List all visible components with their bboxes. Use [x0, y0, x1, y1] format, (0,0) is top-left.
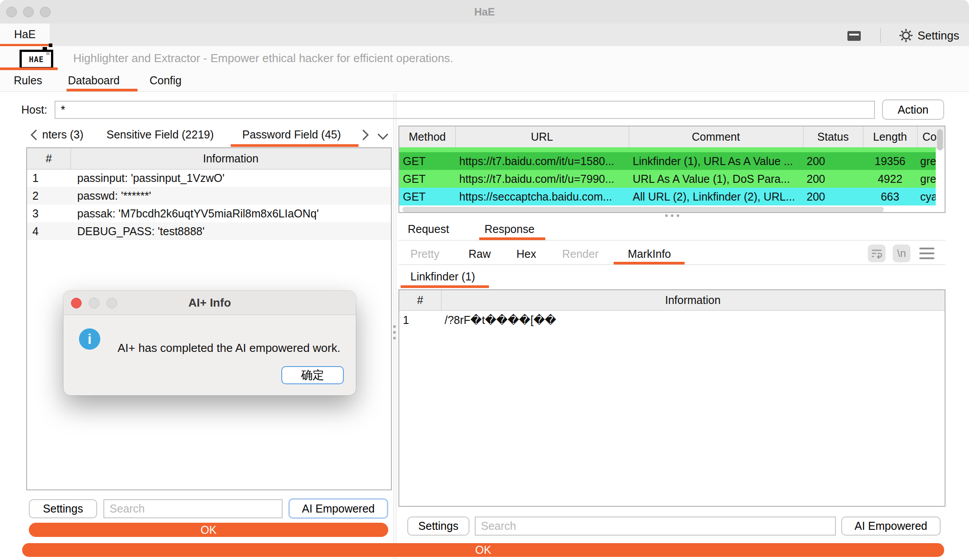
cell-url: https://seccaptcha.baidu.com... [459, 188, 627, 205]
tab-config[interactable]: Config [150, 71, 181, 91]
cell-comment: Linkfinder (1), URL As A Value ... [633, 152, 802, 170]
col-header-url[interactable]: URL [455, 126, 629, 147]
column-divider [863, 126, 863, 147]
markinfo-row[interactable]: 1 /?8rF�t����[�� [399, 310, 945, 330]
markinfo-table-header: # Information [399, 290, 945, 311]
host-label: Host: [21, 100, 47, 119]
vertical-scrollbar[interactable] [937, 129, 943, 150]
tab-raw[interactable]: Raw [469, 245, 491, 263]
tab-linkfinder[interactable]: Linkfinder (1) [410, 267, 475, 286]
row-info: DEBUG_PASS: 'test8888' [77, 222, 388, 240]
left-settings-button[interactable]: Settings [29, 499, 97, 518]
row-info: passwd: '******' [77, 187, 388, 205]
column-divider [455, 126, 456, 147]
cell-comment: URL As A Value (1), DoS Para... [633, 170, 802, 188]
tab-scroll-right-icon[interactable] [360, 128, 370, 144]
request-row[interactable]: GET https://seccaptcha.baidu.com... All … [399, 188, 936, 205]
splitter-grip-icon[interactable] [393, 325, 396, 328]
request-row-partial[interactable]: p ( ) g [399, 147, 936, 152]
tab-render[interactable]: Render [562, 245, 599, 263]
cell-method: GET [403, 170, 453, 188]
newline-icon[interactable]: \n [893, 245, 910, 262]
hae-logo-pixel [43, 47, 47, 51]
divider [398, 240, 945, 241]
toolbar-divider [880, 28, 881, 43]
cell-status: 200 [807, 188, 860, 205]
column-divider [441, 290, 441, 310]
cell-method: GET [403, 188, 453, 205]
right-settings-button[interactable]: Settings [407, 517, 469, 536]
info-icon: i [79, 328, 100, 350]
tab-response[interactable]: Response [484, 220, 535, 238]
col-header-method[interactable]: Method [399, 126, 455, 147]
row-num: 2 [32, 187, 68, 205]
tab-databoard[interactable]: Databoard [68, 71, 120, 91]
table-row[interactable]: 3 passak: 'M7bcdh2k6uqtYV5miaRil8m8x6LIa… [27, 205, 391, 222]
left-tab-parameters[interactable]: nters (3) [42, 125, 83, 144]
dialog-confirm-button[interactable]: 确定 [281, 366, 344, 384]
gear-icon[interactable] [898, 28, 914, 46]
col-header-information[interactable]: Information [441, 290, 945, 310]
tab-scroll-left-icon[interactable] [29, 128, 39, 144]
host-input[interactable] [55, 101, 875, 119]
col-header-length[interactable]: Length [863, 126, 917, 147]
cell-length: 663 [863, 188, 917, 205]
col-header-information[interactable]: Information [71, 148, 391, 169]
tab-databoard-active-underline [67, 89, 138, 91]
banner-subtitle: Highlighter and Extractor - Empower ethi… [73, 46, 453, 71]
tab-hae[interactable]: HaE [0, 24, 50, 45]
tab-hex[interactable]: Hex [516, 245, 536, 263]
cell-comment: All URL (2), Linkfinder (2), URL... [633, 188, 802, 205]
cell-length: 19356 [863, 152, 917, 170]
window-title: HaE [0, 0, 969, 24]
table-row[interactable]: 1 passinput: 'passinput_1VzwO' [27, 169, 391, 187]
col-header-comment[interactable]: Comment [629, 126, 803, 147]
table-row[interactable]: 4 DEBUG_PASS: 'test8888' [27, 222, 391, 240]
column-divider [803, 126, 804, 147]
table-row[interactable]: 2 passwd: '******' [27, 187, 391, 205]
hsplitter-grip-icon[interactable] [677, 214, 679, 217]
request-row[interactable]: GET https://t7.baidu.com/it/u=1580... Li… [399, 152, 936, 170]
divider [398, 264, 945, 265]
hsplitter-grip-icon[interactable] [671, 214, 674, 217]
horizontal-scrollbar[interactable] [402, 207, 884, 212]
col-header-num[interactable]: # [399, 290, 441, 310]
settings-menu-label[interactable]: Settings [918, 27, 959, 44]
cell-color: cyan [920, 188, 936, 205]
main-nav-row [0, 71, 969, 92]
splitter-grip-icon[interactable] [393, 331, 396, 334]
request-row[interactable]: GET https://t7.baidu.com/it/u=7990... UR… [399, 170, 936, 188]
left-ai-empowered-button[interactable]: AI Empowered [288, 498, 388, 519]
cell-color: green [920, 152, 936, 170]
request-table-header: Method URL Comment Status Length Color [399, 126, 945, 148]
col-header-num[interactable]: # [27, 148, 71, 169]
right-search-input[interactable] [475, 517, 836, 536]
column-divider [917, 126, 918, 147]
tab-markinfo[interactable]: MarkInfo [628, 245, 671, 263]
tab-request[interactable]: Request [408, 220, 449, 238]
cell-url: https://t7.baidu.com/it/u=7990... [459, 170, 627, 188]
markinfo-table: # Information 1 /?8rF�t����[�� [398, 289, 945, 507]
word-wrap-icon[interactable] [868, 245, 886, 262]
cell-method: GET [403, 152, 453, 170]
row-info: passinput: 'passinput_1VzwO' [77, 169, 388, 187]
left-search-input[interactable] [103, 499, 283, 518]
dock-window-icon[interactable] [847, 31, 861, 41]
tab-rules[interactable]: Rules [14, 71, 42, 91]
hsplitter-grip-icon[interactable] [665, 214, 668, 217]
splitter-grip-icon[interactable] [393, 337, 396, 339]
left-tab-password-field[interactable]: Password Field (45) [242, 125, 341, 144]
tab-pretty[interactable]: Pretty [410, 245, 439, 263]
extension-tab-bar [0, 24, 969, 47]
menu-hamburger-icon[interactable] [919, 247, 934, 260]
left-tab-sensitive-field[interactable]: Sensitive Field (2219) [106, 125, 214, 144]
left-tab-active-underline [231, 144, 358, 147]
row-num: 3 [32, 205, 68, 222]
row-num: 1 [32, 169, 68, 187]
tab-list-chevron-down-icon[interactable] [376, 131, 390, 144]
right-ai-empowered-button[interactable]: AI Empowered [841, 517, 941, 536]
action-button[interactable]: Action [882, 99, 944, 120]
panel-splitter [396, 93, 396, 559]
cell-status: 200 [807, 152, 860, 170]
col-header-status[interactable]: Status [803, 126, 863, 147]
